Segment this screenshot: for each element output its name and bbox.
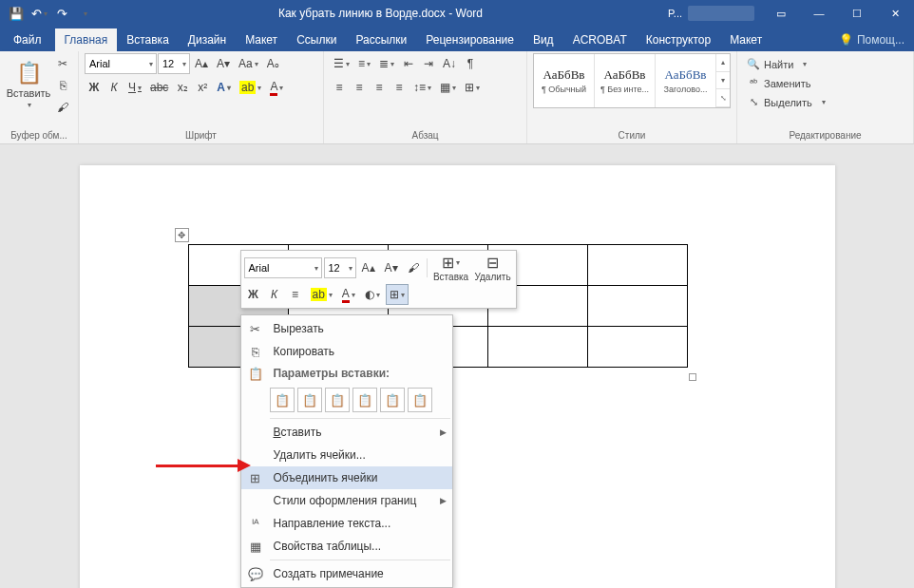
group-label-editing: Редактирование bbox=[743, 128, 907, 143]
italic-button[interactable]: К bbox=[105, 77, 124, 98]
ctx-copy[interactable]: ⎘Копировать bbox=[241, 340, 452, 363]
paste-nest-table[interactable]: 📋 bbox=[325, 388, 350, 412]
redo-icon[interactable]: ↷ bbox=[51, 3, 72, 24]
ctx-merge-cells[interactable]: ⊞Объединить ячейки bbox=[241, 466, 452, 489]
tab-table-layout[interactable]: Макет bbox=[720, 28, 771, 51]
mini-italic[interactable]: К bbox=[265, 284, 284, 305]
close-icon[interactable]: ✕ bbox=[876, 0, 914, 27]
mini-grow-font[interactable]: A▴ bbox=[358, 257, 379, 278]
tab-review[interactable]: Рецензирование bbox=[416, 28, 524, 51]
numbering-button[interactable]: ≡▾ bbox=[354, 53, 374, 74]
ctx-insert[interactable]: Вставить▶ bbox=[241, 421, 452, 444]
underline-button[interactable]: Ч▾ bbox=[124, 77, 145, 98]
tab-references[interactable]: Ссылки bbox=[287, 28, 346, 51]
paste-text-only[interactable]: 📋 bbox=[408, 388, 432, 412]
account-name: P... bbox=[668, 8, 682, 19]
multilevel-list-button[interactable]: ≣▾ bbox=[375, 53, 398, 74]
qat-customize-icon[interactable]: ▾ bbox=[74, 3, 95, 24]
font-size-combo[interactable]: 12 bbox=[158, 53, 190, 74]
mini-insert-button[interactable]: ⊞▾Вставка bbox=[431, 254, 471, 282]
font-color-button[interactable]: A▾ bbox=[266, 77, 287, 98]
mini-align[interactable]: ≡ bbox=[286, 284, 305, 305]
mini-font-color[interactable]: A▾ bbox=[338, 284, 359, 305]
table-resize-handle[interactable] bbox=[689, 373, 696, 381]
copy-button[interactable]: ⎘ bbox=[53, 75, 72, 96]
tab-insert[interactable]: Вставка bbox=[117, 28, 179, 51]
borders-button[interactable]: ⊞▾ bbox=[461, 77, 484, 98]
mini-delete-button[interactable]: ⊟Удалить bbox=[473, 254, 513, 282]
maximize-icon[interactable]: ☐ bbox=[838, 0, 876, 27]
tab-design[interactable]: Дизайн bbox=[179, 28, 236, 51]
align-left-button[interactable]: ≡ bbox=[330, 77, 349, 98]
paste-keep-source[interactable]: 📋 bbox=[270, 388, 295, 412]
style-normal[interactable]: АаБбВв¶ Обычный bbox=[534, 54, 595, 107]
show-marks-button[interactable]: ¶ bbox=[461, 53, 480, 74]
ctx-delete-cells[interactable]: Удалить ячейки... bbox=[241, 444, 452, 466]
paste-insert-new[interactable]: 📋 bbox=[380, 388, 405, 412]
shrink-font-button[interactable]: A▾ bbox=[213, 53, 234, 74]
strikethrough-button[interactable]: abc bbox=[146, 77, 172, 98]
account-area[interactable]: P... bbox=[660, 6, 762, 21]
ctx-new-comment[interactable]: 💬Создать примечание bbox=[241, 562, 452, 585]
ctx-text-direction[interactable]: ᴵᴬНаправление текста... bbox=[241, 512, 452, 535]
shading-button[interactable]: ▦▾ bbox=[436, 77, 460, 98]
decrease-indent-button[interactable]: ⇤ bbox=[399, 53, 418, 74]
styles-gallery[interactable]: АаБбВв¶ Обычный АаБбВв¶ Без инте... АаБб… bbox=[533, 53, 731, 108]
ctx-cut[interactable]: ✂Вырезать bbox=[241, 317, 452, 340]
save-icon[interactable]: 💾 bbox=[6, 3, 27, 24]
mini-size-combo[interactable]: 12 bbox=[324, 257, 356, 278]
bullets-button[interactable]: ☰▾ bbox=[330, 53, 353, 74]
style-heading1[interactable]: АаБбВвЗаголово... bbox=[656, 54, 716, 107]
ctx-border-styles[interactable]: Стили оформления границ▶ bbox=[241, 489, 452, 512]
format-painter-button[interactable]: 🖌 bbox=[53, 97, 72, 118]
highlight-button[interactable]: ab▾ bbox=[236, 77, 265, 98]
tab-view[interactable]: Вид bbox=[524, 28, 563, 51]
mini-shading[interactable]: ◐▾ bbox=[361, 284, 384, 305]
change-case-button[interactable]: Aa▾ bbox=[235, 53, 262, 74]
find-button[interactable]: 🔍Найти▾ bbox=[743, 55, 829, 73]
text-effects-button[interactable]: A▾ bbox=[213, 77, 235, 98]
grow-font-button[interactable]: A▴ bbox=[191, 53, 212, 74]
align-center-button[interactable]: ≡ bbox=[350, 77, 369, 98]
align-right-button[interactable]: ≡ bbox=[370, 77, 389, 98]
line-spacing-button[interactable]: ↕≡▾ bbox=[409, 77, 435, 98]
mini-bold[interactable]: Ж bbox=[244, 284, 263, 305]
mini-highlight[interactable]: ab▾ bbox=[307, 284, 336, 305]
mini-font-combo[interactable]: Arial bbox=[244, 257, 322, 278]
minimize-icon[interactable]: — bbox=[800, 0, 838, 27]
select-button[interactable]: ⤡Выделить▾ bbox=[743, 93, 829, 111]
ctx-table-properties[interactable]: ▦Свойства таблицы... bbox=[241, 535, 452, 558]
clear-formatting-button[interactable]: Aₒ bbox=[263, 53, 283, 74]
tab-table-design[interactable]: Конструктор bbox=[637, 28, 720, 51]
ribbon-options-icon[interactable]: ▭ bbox=[762, 0, 800, 27]
undo-icon[interactable]: ↶▾ bbox=[29, 3, 49, 24]
sort-button[interactable]: A↓ bbox=[439, 53, 460, 74]
style-no-spacing[interactable]: АаБбВв¶ Без инте... bbox=[595, 54, 656, 107]
table-move-handle[interactable]: ✥ bbox=[175, 228, 189, 242]
tab-home[interactable]: Главная bbox=[55, 28, 118, 51]
tell-me-search[interactable]: 💡 Помощ... bbox=[829, 28, 914, 51]
mini-borders[interactable]: ⊞▾ bbox=[386, 284, 409, 305]
replace-button[interactable]: ᵃᵇЗаменить bbox=[743, 74, 829, 92]
tell-me-label: Помощ... bbox=[857, 33, 904, 47]
justify-button[interactable]: ≡ bbox=[390, 77, 409, 98]
mini-format-painter[interactable]: 🖌 bbox=[404, 257, 423, 278]
tab-file[interactable]: Файл bbox=[0, 28, 55, 51]
paste-overwrite[interactable]: 📋 bbox=[352, 388, 377, 412]
tab-mailings[interactable]: Рассылки bbox=[346, 28, 416, 51]
paste-merge[interactable]: 📋 bbox=[297, 388, 322, 412]
increase-indent-button[interactable]: ⇥ bbox=[419, 53, 438, 74]
mini-shrink-font[interactable]: A▾ bbox=[381, 257, 402, 278]
group-label-clipboard: Буфер обм... bbox=[6, 128, 72, 143]
cut-button[interactable]: ✂ bbox=[53, 53, 72, 74]
tab-layout[interactable]: Макет bbox=[236, 28, 287, 51]
font-name-combo[interactable]: Arial bbox=[85, 53, 157, 74]
page[interactable]: ✥ Arial 12 A▴ A▾ 🖌 ⊞▾Вставка ⊟Удалить Ж … bbox=[80, 165, 835, 588]
subscript-button[interactable]: x₂ bbox=[173, 77, 192, 98]
bold-button[interactable]: Ж bbox=[85, 77, 104, 98]
paste-button[interactable]: 📋 Вставить ▾ bbox=[6, 53, 51, 116]
superscript-button[interactable]: x² bbox=[193, 77, 212, 98]
styles-more[interactable]: ▴▾⤡ bbox=[716, 54, 730, 107]
document-area: ✥ Arial 12 A▴ A▾ 🖌 ⊞▾Вставка ⊟Удалить Ж … bbox=[0, 144, 914, 588]
tab-acrobat[interactable]: ACROBAT bbox=[563, 28, 637, 51]
